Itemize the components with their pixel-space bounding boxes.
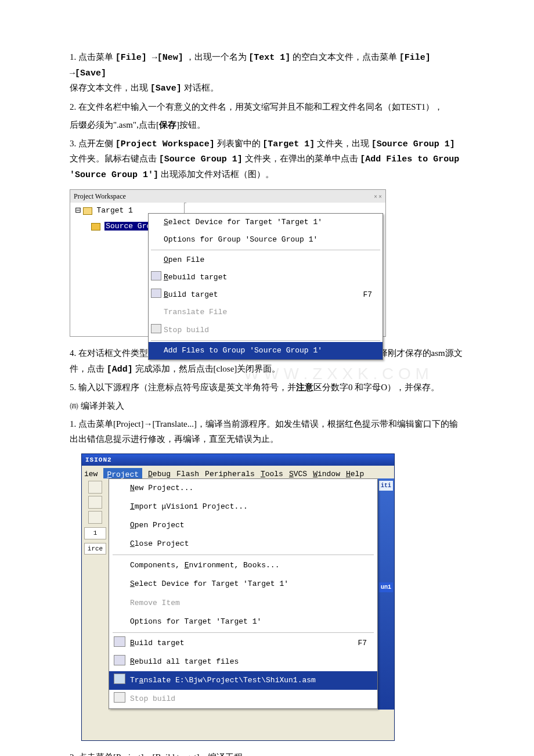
text: 后缀必须为".asm",点击[	[70, 120, 159, 129]
pm-label: Remove Item	[130, 599, 180, 607]
ctx-label: elect Device for Target 'Target 1'	[168, 218, 322, 226]
text: 1. 点击菜单	[70, 52, 113, 62]
pm-open-project[interactable]: Open Project	[109, 516, 377, 535]
dock-tab-2[interactable]: irce	[84, 543, 106, 555]
pm-label: elect Device for Target 'Target 1'	[135, 579, 288, 588]
right-chip[interactable]: iti	[379, 481, 393, 491]
left-toolbar: 1 irce	[82, 478, 109, 710]
para-step5: 5. 输入以下源程序（注意标点符号应该是英文半角符号，并注意区分数字0 和字母O…	[70, 380, 464, 395]
text: 对话框。	[184, 83, 219, 92]
right-strip: iti un1	[378, 478, 394, 710]
text: 保存文本文件，出现	[70, 83, 148, 92]
text: 文件夹，在弹出的菜单中点击	[245, 154, 358, 163]
text: 列表窗中的	[217, 139, 261, 148]
text: 文件夹，出现	[317, 139, 369, 148]
toolbar-icon[interactable]	[88, 496, 102, 509]
rebuild-icon	[151, 271, 161, 280]
pm-stop-build: Stop build	[109, 690, 377, 708]
text-code: [Target 1]	[262, 139, 315, 149]
text-code: [Text 1]	[248, 53, 290, 63]
dock-tab-1[interactable]: 1	[84, 527, 106, 539]
pm-options-target[interactable]: Options for Target 'Target 1'	[109, 613, 377, 631]
text: ，出现一个名为	[186, 52, 247, 62]
ctx-translate: Translate File	[149, 304, 383, 321]
ctx-label: Options for Group 'Source Group 1'	[164, 235, 317, 244]
toolbar-icon[interactable]	[88, 481, 102, 494]
separator	[113, 555, 374, 555]
translate-icon	[114, 674, 125, 684]
panel-title-bar: Project Workspace × ×	[70, 190, 385, 203]
text: 出现添加文件对话框（图）。	[161, 170, 274, 179]
text-code: [Source Group 1]	[371, 139, 455, 149]
pm-label: nvironment, Books...	[189, 561, 279, 570]
pm-close-project[interactable]: Close Project	[109, 535, 377, 553]
separator	[151, 340, 380, 341]
ctx-label: uild target	[168, 290, 218, 299]
para-stepC2: 2. 点击菜单[Project]→[Build target]，编译工程。	[70, 750, 464, 756]
ctx-stop-build: Stop build	[149, 322, 383, 339]
text-menu: [File] →[New]	[116, 53, 183, 63]
pm-components[interactable]: Components, Environment, Books...	[109, 556, 377, 575]
shortcut-label: F7	[358, 637, 367, 650]
separator	[151, 250, 380, 250]
ctx-rebuild[interactable]: Rebuild target	[149, 269, 383, 286]
screenshot-project-workspace: Project Workspace × × ⊟ Target 1 Source …	[70, 189, 386, 337]
window-title: ISION2	[85, 456, 112, 463]
build-icon	[114, 636, 125, 647]
text-bold: 保存	[159, 120, 176, 129]
ctx-label: Translate File	[164, 308, 227, 316]
pm-select-device[interactable]: Select Device for Target 'Target 1'	[109, 575, 377, 593]
text: ]按钮。	[176, 120, 205, 129]
para-step2b: 后缀必须为".asm",点击[保存]按钮。	[70, 118, 464, 133]
pm-new-project[interactable]: New Project...	[109, 479, 377, 498]
ctx-label: Add Files to Group 'Source Group 1'	[164, 346, 322, 355]
text-bold: 注意	[296, 383, 313, 392]
panel-title: Project Workspace	[74, 190, 126, 202]
text: 的空白文本文件，点击菜单	[293, 52, 397, 62]
pm-label: Options for Target 'Target 1'	[130, 617, 261, 626]
pm-translate[interactable]: Translate E:\Bjw\Project\Test\ShiXun1.as…	[109, 671, 377, 690]
window-title-bar: ISION2	[82, 454, 394, 466]
pm-remove-item: Remove Item	[109, 594, 377, 613]
text: 文件夹。鼠标右键点击	[70, 154, 157, 163]
rebuild-icon	[114, 655, 125, 665]
text-code: [Save]	[150, 84, 182, 93]
para-step3: 3. 点开左侧 [Project Workspace] 列表窗中的 [Targe…	[70, 136, 464, 183]
screenshot-project-menu: ISION2 iew Project Debug Flash Periphera…	[81, 453, 395, 741]
text: 3. 点开左侧	[70, 139, 113, 148]
pm-label: nslate E:\Bjw\Project\Test\ShiXun1.asm	[143, 676, 315, 685]
shortcut-label: F7	[363, 289, 372, 301]
text-code: [Source Group 1]	[159, 154, 243, 164]
ctx-select-device[interactable]: Select Device for Target 'Target 1'	[149, 214, 383, 231]
ctx-options-group[interactable]: Options for Group 'Source Group 1'	[149, 231, 383, 249]
ctx-label: pen File	[168, 255, 204, 264]
toolbar-icon[interactable]	[88, 511, 102, 524]
ctx-build[interactable]: Build target F7	[149, 286, 383, 304]
pm-label: lose Project	[135, 539, 189, 548]
right-chip-selected[interactable]: un1	[379, 582, 393, 592]
pm-label: pen Project	[135, 521, 185, 530]
pm-rebuild-all[interactable]: Rebuild all target files	[109, 653, 377, 671]
context-menu: Select Device for Target 'Target 1' Opti…	[148, 213, 383, 360]
pm-label: mport μVision1 Project...	[135, 502, 248, 511]
folder-icon	[91, 223, 100, 231]
panel-close-icons[interactable]: × ×	[374, 192, 382, 201]
ctx-open-file[interactable]: Open File	[149, 251, 383, 269]
separator	[113, 632, 374, 633]
ctx-label: Stop build	[164, 326, 209, 334]
ctx-add-files[interactable]: Add Files to Group 'Source Group 1'	[149, 342, 383, 359]
tree-label: Target 1	[97, 206, 133, 215]
stop-icon	[151, 324, 161, 333]
pm-import[interactable]: Import μVision1 Project...	[109, 498, 377, 516]
folder-icon	[83, 207, 92, 215]
text-code: [Add]	[107, 365, 133, 375]
ctx-label: ebuild target	[168, 273, 227, 282]
para-step1: 1. 点击菜单 [File] →[New] ，出现一个名为 [Text 1] 的…	[70, 50, 464, 96]
pm-label: ew Project...	[135, 484, 193, 492]
pm-build-target[interactable]: Build target F7	[109, 634, 377, 653]
text: 5. 输入以下源程序（注意标点符号应该是英文半角符号，并	[70, 383, 296, 392]
para-stepC1: 1. 点击菜单[Project]→[Translate...]，编译当前源程序。…	[70, 417, 464, 447]
text: 区分数字0 和字母O），并保存。	[313, 383, 439, 392]
tree-label-selected: Source Gro	[104, 222, 152, 231]
pm-label: ebuild all target files	[135, 657, 239, 666]
